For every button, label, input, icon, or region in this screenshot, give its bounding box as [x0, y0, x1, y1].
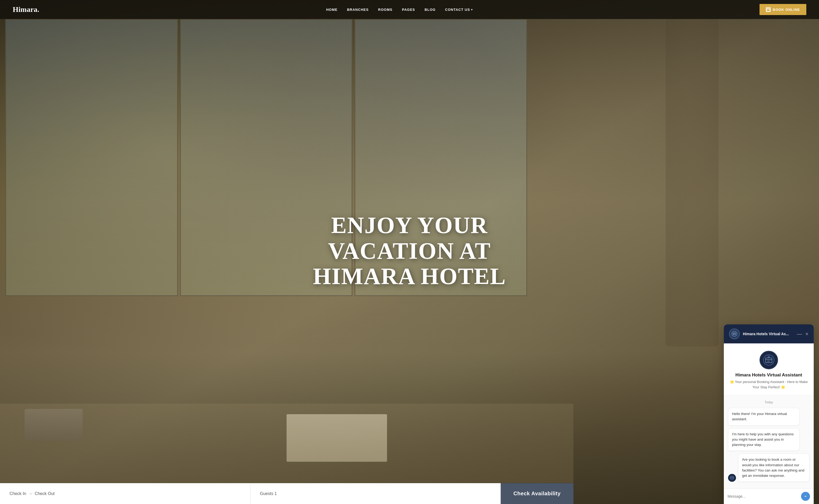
guests-label: Guests 1: [260, 491, 277, 496]
checkin-field[interactable]: Check In → Check Out: [0, 483, 250, 504]
nav-links: HOME BRANCHES ROOMS PAGES BLOG CONTACT U…: [326, 7, 473, 12]
svg-rect-16: [731, 477, 733, 479]
checkout-label: Check Out: [35, 491, 55, 496]
chat-message-3: Are you looking to book a room or would …: [738, 454, 809, 482]
nav-link-home[interactable]: HOME: [326, 8, 338, 12]
nav-link-pages[interactable]: PAGES: [402, 8, 415, 12]
chat-widget: Himara Hotels Virtual As... — × Himara H…: [724, 324, 814, 504]
calendar-icon: [766, 7, 771, 12]
svg-point-4: [732, 331, 737, 337]
minimize-button[interactable]: —: [797, 331, 802, 337]
chat-header-avatar: [729, 329, 740, 339]
nav-link-contact[interactable]: CONTACT US: [445, 8, 473, 12]
nav-item-pages[interactable]: PAGES: [402, 7, 415, 12]
chat-bot-avatar-small: [728, 474, 736, 482]
book-online-button[interactable]: BOOK ONLINE: [760, 4, 806, 15]
chat-messages: Today Hello there! I'm your Himara virtu…: [724, 395, 814, 488]
chat-date-divider: Today: [728, 400, 809, 404]
book-online-label: BOOK ONLINE: [773, 8, 800, 12]
booking-bar: Check In → Check Out Guests 1 Check Avai…: [0, 483, 573, 504]
site-logo[interactable]: Himara.: [13, 5, 39, 14]
hero-content: ENJOY YOUR VACATION AT HIMARA HOTEL: [0, 19, 819, 504]
chat-input-area: [724, 488, 814, 504]
svg-rect-5: [733, 333, 736, 335]
chat-message-2: I'm here to help you with any questions …: [728, 428, 800, 451]
chat-send-button[interactable]: [801, 492, 810, 501]
chat-header-title: Himara Hotels Virtual As...: [743, 332, 794, 336]
chat-intro: Himara Hotels Virtual Assistant 🌟 Your p…: [724, 343, 814, 395]
svg-point-13: [768, 356, 770, 358]
arrow-icon: →: [28, 491, 32, 496]
hero-title: ENJOY YOUR VACATION AT HIMARA HOTEL: [304, 213, 515, 289]
nav-item-rooms[interactable]: ROOMS: [378, 7, 392, 12]
nav-item-blog[interactable]: BLOG: [425, 7, 436, 12]
nav-link-branches[interactable]: BRANCHES: [347, 8, 369, 12]
svg-rect-9: [766, 358, 772, 363]
hero-section: Himara. HOME BRANCHES ROOMS PAGES BLOG C…: [0, 0, 819, 504]
chat-bot-desc: 🌟 Your personal Booking Assistant - Here…: [729, 379, 808, 390]
nav-item-branches[interactable]: BRANCHES: [347, 7, 369, 12]
chat-message-3-row: Are you looking to book a room or would …: [728, 454, 809, 482]
checkin-label: Check In: [10, 491, 26, 496]
chat-message-1: Hello there! I'm your Himara virtual ass…: [728, 408, 800, 426]
check-availability-label: Check Availability: [513, 491, 561, 496]
nav-link-blog[interactable]: BLOG: [425, 8, 436, 12]
nav-link-rooms[interactable]: ROOMS: [378, 8, 392, 12]
chat-bot-name: Himara Hotels Virtual Assistant: [736, 372, 802, 378]
svg-point-19: [805, 496, 806, 497]
chat-header: Himara Hotels Virtual As... — ×: [724, 324, 814, 343]
chat-message-input[interactable]: [728, 494, 798, 498]
svg-point-15: [730, 476, 734, 480]
guests-field[interactable]: Guests 1: [250, 483, 501, 504]
check-availability-button[interactable]: Check Availability: [501, 483, 573, 504]
nav-item-home[interactable]: HOME: [326, 7, 338, 12]
svg-rect-0: [767, 8, 770, 11]
svg-point-8: [764, 355, 774, 365]
close-button[interactable]: ×: [805, 331, 808, 337]
nav-item-contact[interactable]: CONTACT US: [445, 8, 473, 12]
chat-bot-avatar: [760, 351, 778, 369]
chat-header-actions: — ×: [797, 331, 808, 337]
navbar: Himara. HOME BRANCHES ROOMS PAGES BLOG C…: [0, 0, 819, 19]
